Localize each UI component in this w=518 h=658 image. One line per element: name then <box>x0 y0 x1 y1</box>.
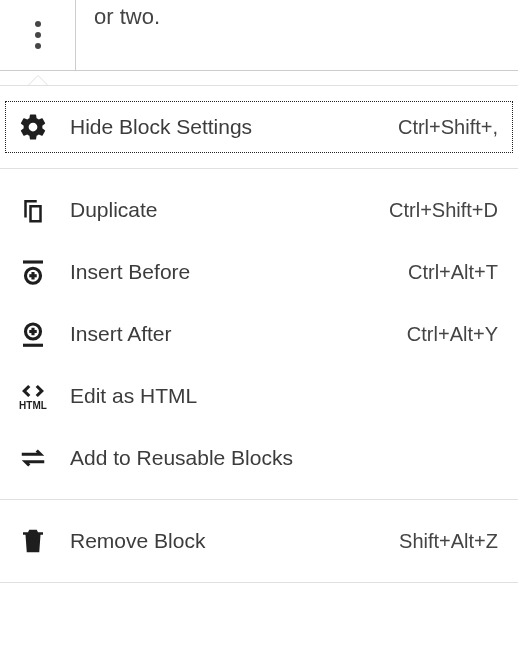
insert-before-icon <box>12 257 54 287</box>
block-options-menu: Hide Block SettingsCtrl+Shift+,Duplicate… <box>0 85 518 583</box>
menu-item-add-reusable[interactable]: Add to Reusable Blocks <box>0 427 518 489</box>
more-vertical-icon <box>35 21 41 49</box>
menu-item-shortcut: Shift+Alt+Z <box>399 530 498 553</box>
html-icon: HTML <box>12 381 54 411</box>
menu-item-label: Add to Reusable Blocks <box>70 446 498 470</box>
menu-item-remove-block[interactable]: Remove BlockShift+Alt+Z <box>0 510 518 572</box>
menu-item-shortcut: Ctrl+Alt+Y <box>407 323 498 346</box>
menu-item-label: Insert After <box>70 322 407 346</box>
block-more-options-button[interactable] <box>0 0 76 70</box>
menu-item-shortcut: Ctrl+Shift+, <box>398 116 498 139</box>
menu-item-hide-settings[interactable]: Hide Block SettingsCtrl+Shift+, <box>0 96 518 158</box>
popover-arrow <box>28 75 48 85</box>
menu-item-label: Duplicate <box>70 198 389 222</box>
menu-item-shortcut: Ctrl+Shift+D <box>389 199 498 222</box>
insert-after-icon <box>12 319 54 349</box>
menu-item-insert-before[interactable]: Insert BeforeCtrl+Alt+T <box>0 241 518 303</box>
duplicate-icon <box>12 195 54 225</box>
gear-icon <box>12 112 54 142</box>
trash-icon <box>12 526 54 556</box>
menu-item-label: Remove Block <box>70 529 399 553</box>
menu-item-edit-html[interactable]: HTMLEdit as HTML <box>0 365 518 427</box>
menu-item-duplicate[interactable]: DuplicateCtrl+Shift+D <box>0 179 518 241</box>
menu-group: Remove BlockShift+Alt+Z <box>0 500 518 583</box>
menu-item-insert-after[interactable]: Insert AfterCtrl+Alt+Y <box>0 303 518 365</box>
menu-item-shortcut: Ctrl+Alt+T <box>408 261 498 284</box>
menu-group: Hide Block SettingsCtrl+Shift+, <box>0 85 518 169</box>
reusable-icon <box>12 443 54 473</box>
menu-item-label: Insert Before <box>70 260 408 284</box>
menu-item-label: Hide Block Settings <box>70 115 398 139</box>
editor-toolbar-fragment: or two. <box>0 0 518 71</box>
menu-group: DuplicateCtrl+Shift+DInsert BeforeCtrl+A… <box>0 169 518 500</box>
menu-item-label: Edit as HTML <box>70 384 498 408</box>
editor-paragraph-text[interactable]: or two. <box>76 0 518 70</box>
svg-text:HTML: HTML <box>19 400 47 411</box>
